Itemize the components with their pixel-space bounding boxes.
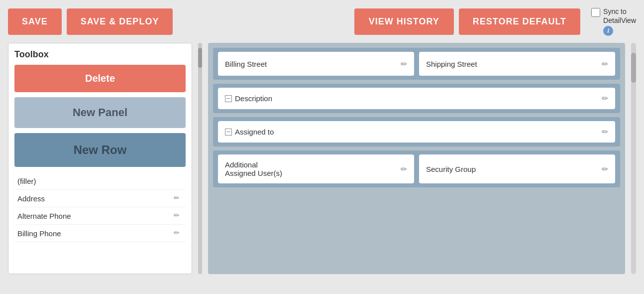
delete-button[interactable]: Delete — [14, 65, 186, 92]
edit-pencil-icon[interactable]: ✏ — [401, 59, 407, 69]
edit-pencil-icon[interactable]: ✏ — [602, 94, 608, 103]
canvas-field-description[interactable]: Description ✏ — [218, 88, 615, 109]
canvas-field-billing-street[interactable]: Billing Street ✏ — [218, 52, 414, 76]
toolbox-title: Toolbox — [14, 49, 186, 60]
canvas-area: Billing Street ✏ Shipping Street ✏ Descr… — [208, 43, 625, 274]
edit-pencil-icon[interactable]: ✏ — [602, 127, 608, 137]
canvas-scrollbar[interactable] — [631, 43, 636, 274]
toolbox-item-filler[interactable]: (filler) — [14, 173, 186, 190]
field-label: Shipping Street — [426, 60, 477, 68]
canvas-row-additional-security: Additional Assigned User(s) ✏ Security G… — [213, 150, 620, 187]
edit-icon[interactable]: ✏ — [174, 229, 183, 238]
canvas-field-security-group[interactable]: Security Group ✏ — [419, 154, 615, 183]
new-panel-button[interactable]: New Panel — [14, 97, 186, 128]
edit-pencil-icon[interactable]: ✏ — [401, 164, 407, 174]
toolbox-item-address[interactable]: Address ✏ — [14, 190, 186, 207]
toolbar: SAVE SAVE & DEPLOY VIEW HISTORY RESTORE … — [0, 0, 644, 43]
field-label: Security Group — [426, 165, 476, 173]
sync-label: Sync toDetailView — [603, 7, 636, 24]
canvas-field-assigned-to[interactable]: Assigned to ✏ — [218, 121, 615, 143]
canvas-field-shipping-street[interactable]: Shipping Street ✏ — [419, 52, 615, 76]
view-history-button[interactable]: VIEW HISTORY — [354, 8, 454, 35]
toolbox-panel: Toolbox Delete New Panel New Row (filler… — [8, 43, 192, 274]
canvas-scrollbar-thumb — [631, 53, 636, 83]
minimize-icon[interactable] — [225, 95, 232, 102]
scrollbar-thumb — [198, 48, 202, 68]
edit-pencil-icon[interactable]: ✏ — [602, 164, 608, 174]
canvas-row-description: Description ✏ — [213, 84, 620, 113]
new-row-button[interactable]: New Row — [14, 133, 186, 167]
sync-container: Sync toDetailView i — [591, 7, 636, 36]
info-icon[interactable]: i — [603, 26, 613, 36]
restore-default-button[interactable]: RESTORE DEFAULT — [459, 8, 580, 35]
field-label: Description — [235, 94, 272, 103]
minimize-icon[interactable] — [225, 129, 232, 136]
main-content: Toolbox Delete New Panel New Row (filler… — [0, 43, 644, 282]
toolbox-item-label: Billing Phone — [17, 229, 61, 238]
toolbox-item-alternate-phone[interactable]: Alternate Phone ✏ — [14, 207, 186, 225]
field-label: Additional Assigned User(s) — [225, 160, 282, 177]
toolbox-item-label: (filler) — [17, 177, 36, 185]
save-deploy-button[interactable]: SAVE & DEPLOY — [67, 8, 173, 35]
field-label: Assigned to — [235, 128, 274, 136]
edit-pencil-icon[interactable]: ✏ — [602, 59, 608, 69]
sync-checkbox[interactable] — [591, 8, 600, 17]
toolbox-items-list: (filler) Address ✏ Alternate Phone ✏ Bil… — [14, 173, 186, 242]
field-label: Billing Street — [225, 60, 267, 68]
canvas-field-additional-assigned[interactable]: Additional Assigned User(s) ✏ — [218, 154, 414, 183]
edit-icon[interactable]: ✏ — [174, 211, 183, 220]
toolbox-scrollbar[interactable] — [198, 43, 202, 274]
canvas-row-billing-shipping: Billing Street ✏ Shipping Street ✏ — [213, 48, 620, 80]
toolbox-item-billing-phone[interactable]: Billing Phone ✏ — [14, 225, 186, 242]
edit-icon[interactable]: ✏ — [174, 194, 183, 203]
canvas-row-assigned: Assigned to ✏ — [213, 117, 620, 147]
save-button[interactable]: SAVE — [8, 8, 62, 35]
toolbox-item-label: Address — [17, 194, 45, 203]
toolbox-item-label: Alternate Phone — [17, 212, 71, 220]
